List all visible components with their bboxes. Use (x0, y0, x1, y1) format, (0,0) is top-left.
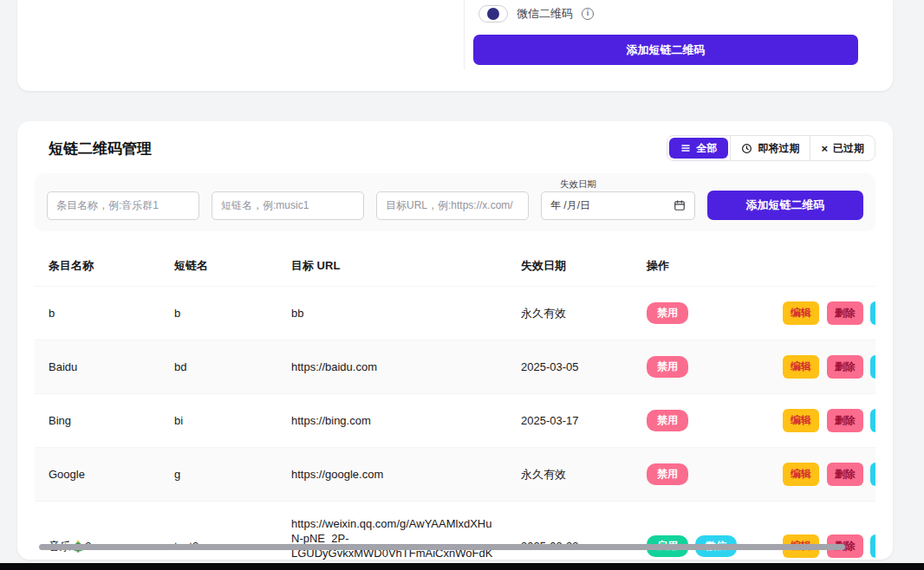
entry-name-cell: 音乐🎄3 (35, 502, 160, 570)
table-row: Baidu bd https://baidu.com 2025-03-05 禁用… (35, 340, 875, 394)
slug-cell: bi (160, 394, 277, 448)
edit-button[interactable]: 编辑 (783, 409, 819, 432)
table-row: Google g https://google.com 永久有效 禁用 编辑 删… (35, 448, 875, 502)
qrcode-button[interactable]: 二维码 (870, 355, 875, 379)
expiry-cell: 永久有效 (507, 448, 633, 502)
qrcode-button[interactable]: 二维码 (870, 409, 875, 432)
wechat-qr-toggle[interactable] (478, 5, 508, 23)
status-badge[interactable]: 禁用 (647, 356, 688, 378)
table-row: 音乐🎄3 test3 https://weixin.qq.com/g/AwYAA… (35, 502, 875, 570)
url-cell: https://weixin.qq.com/g/AwYAAMlxdXHuN-pN… (277, 502, 507, 570)
delete-button[interactable]: 删除 (827, 301, 863, 325)
filter-tab-label: 全部 (696, 141, 717, 156)
list-icon (680, 143, 691, 153)
qrcode-button[interactable]: 二维码 (870, 463, 875, 486)
status-badge[interactable]: 禁用 (647, 410, 688, 431)
date-value: 年 /月/日 (550, 198, 590, 213)
status-badge[interactable]: 禁用 (647, 463, 688, 485)
status-badge[interactable]: 禁用 (647, 302, 688, 324)
edit-button[interactable]: 编辑 (783, 355, 819, 379)
add-entry-form: 失效日期 年 /月/日 添加短链二维码 (35, 173, 875, 231)
table-header-row: 条目名称 短链名 目标 URL 失效日期 操作 (35, 245, 875, 287)
entry-name-cell: Google (35, 448, 160, 502)
filter-tab-expired[interactable]: × 已过期 (810, 136, 875, 160)
slug-cell: bd (160, 340, 277, 394)
url-cell: bb (277, 287, 507, 340)
calendar-icon[interactable] (673, 199, 686, 211)
table-row: b b bb 永久有效 禁用 编辑 删除 二维码 (35, 287, 875, 340)
delete-button[interactable]: 删除 (827, 463, 863, 486)
wechat-qr-toggle-label: 微信二维码 (517, 6, 573, 22)
target-url-input[interactable] (376, 191, 529, 220)
qrcode-button[interactable]: 二维码 (870, 301, 875, 325)
delete-button[interactable]: 删除 (827, 355, 863, 379)
filter-tab-label: 已过期 (833, 141, 864, 156)
url-cell: https://google.com (277, 448, 507, 502)
expiry-cell: 2025-03-17 (507, 394, 633, 448)
url-cell: https://baidu.com (277, 340, 507, 394)
entry-name-cell: Bing (35, 394, 160, 448)
qr-table: 条目名称 短链名 目标 URL 失效日期 操作 b b bb 永久有效 禁用 编… (35, 245, 875, 570)
qr-management-card: 短链二维码管理 全部 即将过期 × 已过期 失效日 (17, 121, 893, 560)
column-header-url: 目标 URL (277, 245, 507, 287)
expiry-date-input[interactable]: 年 /月/日 (541, 191, 695, 220)
slug-cell: b (160, 287, 277, 340)
slug-cell: g (160, 448, 277, 502)
qrcode-button[interactable]: 二维码 (870, 534, 875, 558)
entry-name-cell: Baidu (35, 340, 160, 394)
filter-tab-expiring[interactable]: 即将过期 (730, 136, 810, 160)
edit-button[interactable]: 编辑 (783, 301, 819, 325)
filter-tab-all[interactable]: 全部 (669, 138, 728, 159)
column-header-expiry: 失效日期 (507, 245, 633, 287)
clock-icon (741, 143, 752, 154)
expiry-cell: 2025-03-23 (507, 502, 633, 570)
page-title: 短链二维码管理 (49, 139, 152, 159)
slug-input[interactable] (211, 191, 364, 220)
expiry-date-label: 失效日期 (560, 178, 596, 191)
filter-tab-label: 即将过期 (758, 141, 799, 156)
expiry-cell: 永久有效 (507, 287, 633, 340)
filter-tabs: 全部 即将过期 × 已过期 (667, 135, 875, 161)
x-icon: × (821, 143, 828, 154)
add-qr-button[interactable]: 添加短链二维码 (707, 191, 863, 220)
edit-button[interactable]: 编辑 (783, 463, 819, 486)
column-header-slug: 短链名 (160, 245, 277, 287)
entry-name-input[interactable] (47, 191, 199, 220)
column-header-name: 条目名称 (35, 245, 160, 287)
toggle-knob (487, 8, 499, 20)
url-cell: https://bing.com (277, 394, 507, 448)
expiry-cell: 2025-03-05 (507, 340, 633, 394)
expiry-date-field: 失效日期 年 /月/日 (541, 191, 695, 220)
info-icon[interactable]: i (582, 8, 594, 20)
slug-cell: test3 (160, 502, 277, 570)
bottom-edge (0, 563, 924, 570)
add-qr-button-top[interactable]: 添加短链二维码 (473, 35, 858, 65)
wechat-qr-settings: 微信二维码 i 添加短链二维码 (464, 0, 858, 69)
column-header-extra (776, 245, 875, 287)
horizontal-scrollbar[interactable] (39, 544, 845, 550)
entry-name-cell: b (35, 287, 160, 340)
table-row: Bing bi https://bing.com 2025-03-17 禁用 编… (35, 394, 875, 448)
wechat-qr-panel: 微信二维码 i 添加短链二维码 (17, 0, 893, 91)
delete-button[interactable]: 删除 (827, 409, 863, 432)
column-header-actions: 操作 (633, 245, 776, 287)
